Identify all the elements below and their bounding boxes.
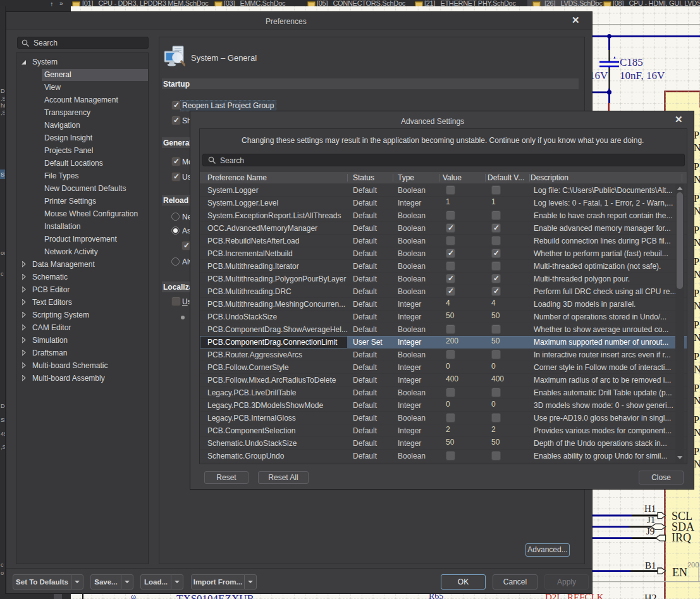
svg-text:B1: B1 — [645, 560, 656, 571]
svg-text:H1: H1 — [644, 503, 656, 514]
svg-text:P: P — [694, 225, 699, 235]
svg-text:N: N — [694, 269, 700, 280]
svg-text:IRQ: IRQ — [672, 531, 691, 544]
svg-text:N: N — [694, 300, 700, 311]
svg-text:P: P — [694, 288, 699, 299]
svg-text:J9: J9 — [646, 526, 654, 536]
svg-text:EN: EN — [672, 566, 687, 579]
svg-text:N: N — [694, 332, 700, 343]
svg-text:P: P — [694, 130, 699, 140]
svg-text:P: P — [694, 414, 699, 425]
svg-text:N: N — [694, 427, 700, 438]
svg-text:N: N — [694, 395, 700, 406]
svg-text:200: 200 — [687, 561, 699, 569]
svg-text:N: N — [694, 142, 700, 153]
svg-text:C185: C185 — [620, 56, 643, 68]
svg-text:N: N — [694, 237, 700, 248]
svg-text:10nF, 16V: 10nF, 16V — [620, 70, 665, 82]
svg-text:N: N — [694, 364, 700, 374]
svg-text:P: P — [694, 319, 699, 330]
svg-text:P: P — [694, 161, 699, 172]
svg-text:N: N — [694, 459, 700, 469]
svg-text:J1: J1 — [647, 515, 655, 525]
svg-text:P: P — [694, 351, 699, 362]
svg-text:P: P — [694, 193, 699, 204]
svg-text:P: P — [694, 383, 699, 393]
svg-text:N: N — [694, 206, 700, 216]
svg-text:P: P — [694, 256, 699, 267]
svg-text:N: N — [694, 174, 700, 185]
svg-text:H2: H2 — [644, 593, 657, 599]
svg-text:P: P — [694, 446, 699, 457]
